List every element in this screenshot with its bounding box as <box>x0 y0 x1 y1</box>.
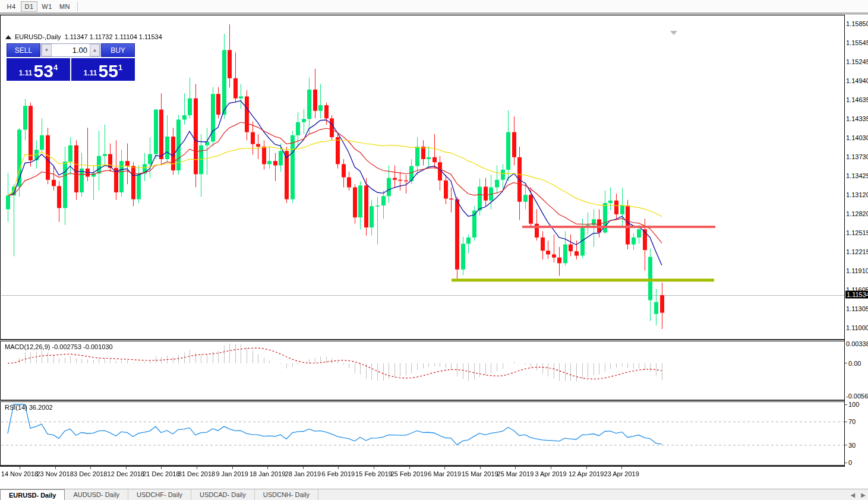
date-axis-label: 6 Mar 2019 <box>428 470 461 477</box>
date-axis-tick <box>480 467 481 469</box>
volume-stepper: ▼ ▲ <box>41 43 100 57</box>
date-axis-tick <box>20 467 20 469</box>
chart-ohlc-values: 1.11347 1.11732 1.11104 1.11534 <box>65 33 162 40</box>
date-axis-tick <box>303 467 304 469</box>
date-axis-label: 6 Feb 2019 <box>322 470 355 477</box>
date-axis-label: 31 Dec 2018 <box>178 470 215 477</box>
buy-price-big: 55 <box>99 64 118 79</box>
price-axis-tick: 1.15545 <box>845 39 868 46</box>
date-axis-label: 23 Nov 2018 <box>36 470 73 477</box>
timeframe-button-w1[interactable]: W1 <box>39 1 55 12</box>
price-axis-tick: 1.11000 <box>845 324 868 331</box>
symbol-tab-usdcad[interactable]: USDCAD- Daily <box>191 489 255 500</box>
price-axis-tick: 1.11910 <box>845 267 868 274</box>
price-axis-tick: 1.15850 <box>845 20 868 27</box>
date-axis-tick <box>267 467 268 469</box>
date-axis-label: 3 Apr 2019 <box>535 470 566 477</box>
price-axis-tick: 1.14030 <box>845 134 868 141</box>
symbol-tab-audusd[interactable]: AUDUSD- Daily <box>65 489 128 500</box>
symbol-tab-eurusd[interactable]: EURUSD- Daily <box>0 489 65 500</box>
one-click-trading-panel: SELL ▼ ▲ BUY 1.11 53 4 1.11 55 1 <box>7 43 135 81</box>
timeframe-toolbar: H4D1W1MN <box>0 0 868 13</box>
tick-dash <box>845 445 847 445</box>
buy-price-tile[interactable]: 1.11 55 1 <box>71 58 135 81</box>
date-axis-label: 25 Mar 2019 <box>497 470 534 477</box>
volume-input[interactable] <box>52 44 90 56</box>
date-axis-label: 15 Mar 2019 <box>462 470 498 477</box>
tick-dash <box>845 463 847 463</box>
timeframe-button-mn[interactable]: MN <box>56 1 73 12</box>
buy-price-sup: 1 <box>118 63 122 72</box>
date-axis-tick <box>515 467 516 469</box>
date-axis-tick <box>374 467 374 469</box>
current-price-badge: 1.11534 <box>845 290 868 298</box>
date-axis-label: 21 Dec 2018 <box>143 470 179 477</box>
price-axis-tick: 1.15245 <box>845 58 868 65</box>
date-axis-label: 12 Apr 2019 <box>569 470 604 477</box>
price-axis-tick: 1.12215 <box>845 248 868 255</box>
date-axis-tick <box>90 467 91 469</box>
symbol-tab-usdcnh[interactable]: USDCNH- Daily <box>255 489 318 500</box>
macd-canvas[interactable] <box>1 341 845 400</box>
rsi-indicator-panel: RSI(14) 36.2002 <box>0 402 844 465</box>
chart-tab-bar: EURUSD- DailyAUDUSD- DailyUSDCHF- DailyU… <box>0 489 868 500</box>
tick-dash <box>845 422 847 422</box>
buy-button[interactable]: BUY <box>101 43 135 57</box>
chart-tabs: EURUSD- DailyAUDUSD- DailyUSDCHF- DailyU… <box>0 489 318 500</box>
date-axis-label: 9 Jan 2019 <box>216 470 248 477</box>
price-axis-tick: 1.14335 <box>845 115 868 122</box>
main-chart-panel: EURUSD-,Daily 1.11347 1.11732 1.11104 1.… <box>0 15 844 339</box>
price-axis-tick: 1.13425 <box>845 172 868 179</box>
volume-decrease-button[interactable]: ▼ <box>42 44 52 56</box>
date-axis-tick <box>126 467 127 469</box>
macd-indicator-panel: MACD(12,26,9) -0.002753 -0.001030 <box>0 341 844 400</box>
macd-axis-tick: 0.00 <box>845 360 868 367</box>
macd-label: MACD(12,26,9) -0.002753 -0.001030 <box>5 343 113 350</box>
date-axis-tick <box>232 467 233 469</box>
price-axis-tick: 1.13120 <box>845 191 868 198</box>
price-axis-tick: 1.11305 <box>845 305 868 312</box>
timeframe-buttons: H4D1W1MN <box>2 1 74 12</box>
sell-price-tile[interactable]: 1.11 53 4 <box>7 58 70 81</box>
price-axis-tick: 1.14940 <box>845 77 868 84</box>
date-axis-tick <box>161 467 162 469</box>
rsi-axis-tick: 100 <box>845 401 868 408</box>
date-axis-label: 18 Jan 2019 <box>250 470 286 477</box>
macd-axis-tick: 0.003383 <box>845 340 868 347</box>
date-axis-tick <box>586 467 587 469</box>
symbol-triangle-icon <box>5 35 11 39</box>
tab-scroll-left-icon[interactable]: ◀ <box>851 492 856 498</box>
chart-symbol-period: EURUSD-,Daily <box>15 33 61 40</box>
date-axis-label: 28 Jan 2019 <box>285 470 321 477</box>
tick-dash <box>845 363 847 363</box>
date-axis-tick <box>444 467 445 469</box>
rsi-axis-tick: 70 <box>845 418 868 425</box>
tab-scroll-right-icon[interactable]: ▶ <box>861 492 866 498</box>
price-axis-tick: 1.12515 <box>845 229 868 236</box>
symbol-tab-usdchf[interactable]: USDCHF- Daily <box>128 489 191 500</box>
tab-scroll-arrows: ◀ ▶ <box>851 489 866 500</box>
price-axis-tick: 1.14635 <box>845 96 868 103</box>
timeframe-button-h4[interactable]: H4 <box>3 1 20 12</box>
sell-price-big: 53 <box>34 64 53 79</box>
tick-dash <box>845 404 847 405</box>
rsi-axis-tick: 30 <box>845 442 868 449</box>
date-axis-label: 25 Feb 2019 <box>391 470 428 477</box>
timeframe-button-d1[interactable]: D1 <box>21 1 37 12</box>
sell-price-small: 1.11 <box>19 69 33 77</box>
date-axis[interactable]: 14 Nov 201823 Nov 20183 Dec 201812 Dec 2… <box>0 467 868 489</box>
volume-increase-button[interactable]: ▲ <box>90 44 100 56</box>
date-axis-label: 3 Dec 2018 <box>74 470 107 477</box>
date-axis-tick <box>197 467 197 469</box>
price-axis[interactable]: 1.158501.155451.152451.149401.146351.143… <box>844 15 868 467</box>
price-axis-tick: 1.13730 <box>845 153 868 160</box>
price-axis-tick: 1.12820 <box>845 210 868 217</box>
buy-price-small: 1.11 <box>84 69 97 77</box>
sell-button[interactable]: SELL <box>7 43 40 57</box>
rsi-canvas[interactable] <box>1 402 845 465</box>
date-axis-label: 14 Nov 2018 <box>1 470 38 477</box>
date-axis-label: 23 Apr 2019 <box>604 470 639 477</box>
trading-platform-window: H4D1W1MN EURUSD-,Daily 1.11347 1.11732 1… <box>0 0 868 500</box>
date-axis-tick <box>338 467 339 469</box>
chart-shift-marker-icon[interactable] <box>670 31 677 35</box>
